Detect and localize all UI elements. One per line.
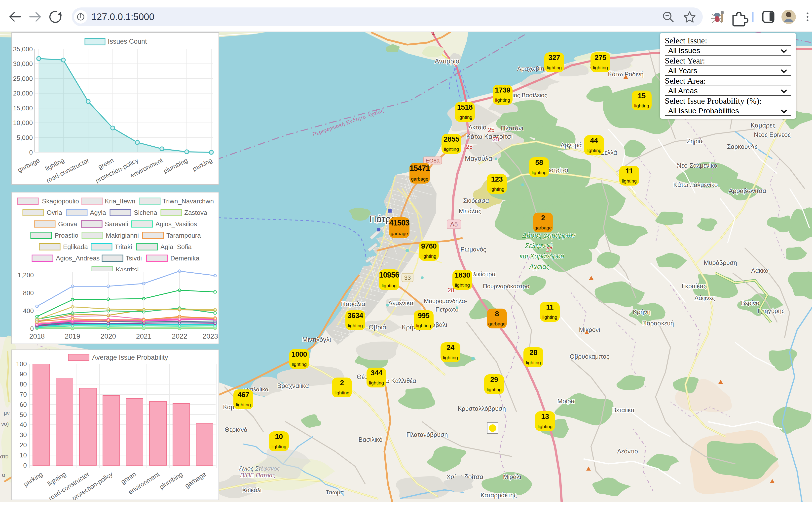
svg-text:Μυρόβρυση: Μυρόβρυση [704, 259, 737, 266]
svg-text:Μαυρομανδήλα-: Μαυρομανδήλα- [424, 298, 467, 304]
svg-text:Makrigianni: Makrigianni [106, 232, 139, 239]
svg-text:Παραλία: Παραλία [341, 300, 365, 308]
svg-text:33: 33 [404, 274, 411, 281]
svg-text:2020: 2020 [100, 332, 116, 340]
svg-text:Saravali: Saravali [105, 220, 128, 228]
svg-text:garbage: garbage [17, 157, 41, 174]
svg-text:Ακταίο: Ακταίο [468, 124, 487, 131]
svg-text:μν: μν [4, 410, 10, 416]
svg-text:Γκραίκας: Γκραίκας [682, 282, 706, 290]
svg-text:Tritaki: Tritaki [115, 243, 132, 250]
svg-text:Θέα: Θέα [356, 373, 368, 380]
svg-text:Ovria: Ovria [47, 209, 62, 216]
svg-text:20: 20 [20, 441, 27, 449]
svg-text:Λάκκα: Λάκκα [751, 267, 769, 274]
svg-text:Μιντιλόγλι: Μιντιλόγλι [302, 336, 331, 343]
svg-text:Μιράλι: Μιράλι [503, 473, 521, 480]
svg-text:0: 0 [30, 325, 34, 332]
svg-text:1,200: 1,200 [18, 271, 34, 279]
svg-text:Αρραβωνίτσα: Αρραβωνίτσα [729, 187, 766, 194]
svg-text:Ρωμανός: Ρωμανός [460, 246, 486, 253]
svg-text:Δάφνες: Δάφνες [694, 295, 715, 301]
svg-text:Βασιλικό: Βασιλικό [358, 436, 382, 443]
svg-text:Μαγούλα: Μαγούλα [465, 155, 492, 162]
svg-text:400: 400 [23, 307, 34, 314]
svg-text:EO8a: EO8a [426, 158, 440, 164]
svg-text:Αντίρριο: Αντίρριο [435, 58, 459, 65]
svg-text:Sichena: Sichena [134, 209, 157, 216]
svg-text:Βερίνο: Βερίνο [741, 299, 759, 306]
svg-text:Πετρωτό: Πετρωτό [436, 306, 459, 313]
svg-text:Βραχναίικα: Βραχναίικα [277, 382, 309, 389]
svg-text:Κάτω Σαλμενίκο: Κάτω Σαλμενίκο [674, 181, 718, 188]
svg-text:Μικρόνι: Μικρόνι [579, 326, 600, 333]
svg-text:Average Issue Probability: Average Issue Probability [92, 354, 168, 361]
svg-text:Agia_Sofia: Agia_Sofia [160, 243, 192, 250]
svg-text:Δάσος χειμάρρων: Δάσος χειμάρρων [522, 232, 575, 239]
svg-text:plumbing: plumbing [158, 470, 184, 491]
svg-text:Πλατανόβρυση: Πλατανόβρυση [406, 431, 448, 438]
svg-text:25,000: 25,000 [13, 75, 33, 82]
svg-text:10: 10 [20, 451, 27, 459]
svg-text:Proastio: Proastio [55, 232, 78, 239]
svg-text:Κάτω Καστρίτσι: Κάτω Καστρίτσι [466, 133, 512, 140]
svg-text:2023: 2023 [202, 332, 218, 340]
svg-text:30: 30 [20, 431, 27, 439]
svg-text:Δεμένικα: Δεμένικα [388, 299, 413, 307]
svg-text:plumbing: plumbing [162, 157, 189, 175]
svg-text:2019: 2019 [65, 332, 80, 340]
svg-text:Triwn_Navarchwn: Triwn_Navarchwn [162, 198, 214, 205]
svg-text:α: α [2, 472, 5, 478]
svg-text:Demenika: Demenika [170, 254, 200, 262]
svg-text:60: 60 [20, 401, 27, 408]
svg-text:Agios_Vasilios: Agios_Vasilios [155, 220, 197, 228]
svg-text:Καταρράκτης: Καταρράκτης [480, 491, 517, 499]
svg-text:road-constructor: road-constructor [45, 156, 90, 184]
svg-text:Σκιόεσσα: Σκιόεσσα [463, 197, 489, 204]
svg-text:0: 0 [29, 148, 33, 156]
svg-text:Kria_Itewn: Kria_Itewn [105, 198, 135, 205]
svg-text:800: 800 [23, 289, 34, 297]
svg-text:Μοίρα: Μοίρα [558, 398, 574, 405]
svg-text:Πλατάνι: Πλατάνι [501, 125, 523, 132]
svg-text:garbage: garbage [184, 470, 207, 489]
svg-text:στο: στο [0, 453, 8, 460]
svg-text:Skagiopoulio: Skagiopoulio [42, 198, 79, 205]
svg-text:27: 27 [546, 246, 553, 253]
svg-text:Tsivdi: Tsivdi [126, 254, 142, 262]
svg-text:Μπάλας: Μπάλας [459, 208, 481, 214]
svg-text:90: 90 [20, 370, 27, 378]
svg-text:και Χαράνδρου: και Χαράνδρου [520, 252, 564, 260]
svg-text:35,000: 35,000 [13, 45, 33, 53]
svg-text:80: 80 [20, 380, 27, 388]
svg-text:Tarampoura: Tarampoura [166, 232, 201, 239]
svg-text:parking: parking [22, 470, 44, 488]
svg-text:Οβρυόκαμπος: Οβρυόκαμπος [570, 353, 610, 360]
svg-text:Νέο Σαλμενίκο: Νέο Σαλμενίκο [677, 162, 717, 169]
svg-text:100: 100 [16, 360, 27, 368]
svg-text:green: green [119, 470, 137, 485]
svg-text:Κρήνη: Κρήνη [633, 308, 650, 315]
svg-text:Ελικίστρα: Ελικίστρα [469, 271, 496, 278]
svg-text:0: 0 [23, 462, 27, 469]
svg-text:1: 1 [432, 29, 435, 36]
svg-text:25: 25 [466, 143, 473, 150]
svg-text:30,000: 30,000 [13, 60, 33, 67]
svg-text:Αχαίας: Αχαίας [529, 263, 550, 270]
svg-text:Eglikada: Eglikada [63, 243, 88, 250]
svg-text:Χαϊκάλι: Χαϊκάλι [242, 487, 261, 494]
svg-text:50: 50 [20, 411, 27, 418]
svg-text:Issues Count: Issues Count [108, 38, 147, 45]
svg-text:Κρυσταλλόβρυση: Κρυσταλλόβρυση [458, 405, 506, 412]
svg-text:Παρασκευή: Παρασκευή [642, 320, 674, 327]
svg-text:Θεριανό: Θεριανό [224, 426, 247, 433]
svg-text:15,000: 15,000 [13, 104, 33, 112]
svg-text:A5: A5 [450, 221, 458, 228]
svg-text:protection-policy: protection-policy [94, 157, 139, 184]
svg-text:2021: 2021 [136, 332, 152, 340]
svg-text:2022: 2022 [172, 332, 187, 340]
svg-text:Zastova: Zastova [184, 209, 207, 216]
svg-text:5,000: 5,000 [17, 134, 33, 141]
svg-text:Agios_Andreas: Agios_Andreas [56, 254, 100, 262]
svg-text:Gouva: Gouva [58, 220, 77, 228]
